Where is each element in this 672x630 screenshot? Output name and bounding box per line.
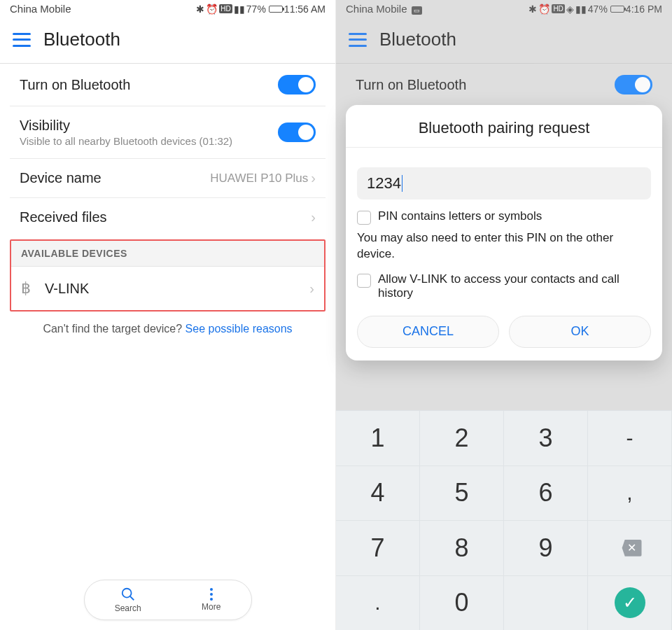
key-8[interactable]: 8 (420, 520, 504, 575)
key-dash[interactable]: - (588, 410, 672, 465)
key-3[interactable]: 3 (504, 410, 588, 465)
row-label: Turn on Bluetooth (20, 77, 130, 93)
page-title: Bluetooth (43, 29, 120, 50)
device-row-vlink[interactable]: ฿ V-LINK › (11, 267, 324, 310)
alarm-icon: ⏰ (538, 4, 550, 15)
row-label: Visibility (20, 118, 70, 133)
checkbox-allow-contacts[interactable]: Allow V-LINK to access your contacts and… (357, 272, 651, 300)
battery-pct: 77% (246, 4, 266, 15)
battery-pct: 47% (588, 4, 608, 15)
backspace-icon: ✕ (618, 540, 642, 556)
key-4[interactable]: 4 (336, 465, 420, 521)
status-time: 11:56 AM (284, 4, 326, 15)
visibility-toggle[interactable] (278, 122, 316, 142)
hd-icon: HD (219, 4, 232, 13)
bluetooth-icon: ✱ (528, 4, 537, 15)
chevron-right-icon: › (311, 170, 316, 186)
row-turn-on-bluetooth[interactable]: Turn on Bluetooth (10, 64, 326, 106)
svg-point-0 (122, 589, 131, 598)
checkbox-icon (357, 211, 371, 225)
search-button[interactable]: Search (115, 587, 141, 613)
row-label: Turn on Bluetooth (356, 77, 466, 93)
more-label: More (202, 602, 220, 612)
more-button[interactable]: More (202, 588, 220, 612)
signal-icon: ▮▮ (234, 4, 245, 15)
row-visibility[interactable]: Visibility Visible to all nearby Bluetoo… (10, 106, 326, 159)
sim-icon: ▭ (412, 6, 422, 15)
key-9[interactable]: 9 (504, 520, 588, 575)
battery-icon (269, 6, 283, 13)
device-name-value: HUAWEI P10 Plus (210, 172, 308, 186)
bluetooth-icon: ฿ (21, 279, 31, 298)
checkbox-icon (357, 274, 371, 288)
row-received-files[interactable]: Received files › (10, 198, 326, 237)
row-label: Received files (20, 209, 107, 225)
status-icons: ✱ ⏰ HD ◈ ▮▮ 47% 4:16 PM (528, 4, 662, 15)
bluetooth-toggle (615, 75, 652, 94)
bottom-toolbar: Search More (84, 580, 252, 620)
more-icon (210, 588, 213, 601)
key-period[interactable]: . (336, 575, 420, 631)
available-devices-highlight: AVAILABLE DEVICES ฿ V-LINK › (10, 239, 326, 312)
row-turn-on-bluetooth: Turn on Bluetooth (346, 64, 662, 106)
dialog-note: You may also need to enter this PIN on t… (357, 230, 651, 262)
carrier-label: China Mobile (10, 3, 71, 15)
key-blank (504, 575, 588, 631)
carrier-label: China Mobile ▭ (346, 3, 422, 15)
search-icon (120, 587, 136, 602)
key-comma[interactable]: , (588, 465, 672, 521)
status-icons: ✱ ⏰ HD ▮▮ 77% 11:56 AM (196, 4, 326, 15)
checkbox-label: Allow V-LINK to access your contacts and… (378, 272, 651, 300)
menu-icon[interactable] (13, 33, 31, 47)
row-device-name[interactable]: Device name HUAWEI P10 Plus › (10, 159, 326, 198)
wifi-icon: ◈ (566, 4, 574, 15)
key-2[interactable]: 2 (420, 410, 504, 465)
status-bar: China Mobile ▭ ✱ ⏰ HD ◈ ▮▮ 47% 4:16 PM (336, 0, 672, 16)
page-title: Bluetooth (379, 29, 456, 50)
key-6[interactable]: 6 (504, 465, 588, 521)
pin-input[interactable]: 1234 (357, 167, 651, 200)
checkbox-pin-letters[interactable]: PIN contains letters or symbols (357, 209, 651, 225)
chevron-right-icon: › (309, 281, 314, 297)
bluetooth-toggle[interactable] (278, 75, 316, 94)
screenshot-right: China Mobile ▭ ✱ ⏰ HD ◈ ▮▮ 47% 4:16 PM B… (336, 0, 672, 630)
key-7[interactable]: 7 (336, 520, 420, 575)
row-label: Device name (20, 170, 102, 186)
hint-text: Can't find the target device? (43, 323, 185, 335)
section-header-available-devices: AVAILABLE DEVICES (11, 241, 324, 267)
cancel-button[interactable]: CANCEL (357, 316, 499, 348)
key-0[interactable]: 0 (420, 575, 504, 631)
checkbox-label: PIN contains letters or symbols (378, 209, 542, 223)
ok-button[interactable]: OK (509, 316, 651, 348)
search-label: Search (115, 603, 141, 613)
key-enter[interactable]: ✓ (588, 575, 672, 631)
dialog-title: Bluetooth pairing request (357, 115, 651, 147)
pin-value: 1234 (367, 174, 401, 192)
key-5[interactable]: 5 (420, 465, 504, 521)
battery-icon (610, 6, 624, 13)
screenshot-left: China Mobile ✱ ⏰ HD ▮▮ 77% 11:56 AM Blue… (0, 0, 336, 630)
pairing-dialog: Bluetooth pairing request 1234 PIN conta… (346, 105, 662, 360)
hd-icon: HD (552, 4, 564, 13)
status-bar: China Mobile ✱ ⏰ HD ▮▮ 77% 11:56 AM (0, 0, 335, 16)
titlebar: Bluetooth (336, 16, 672, 64)
key-1[interactable]: 1 (336, 410, 420, 465)
check-icon: ✓ (615, 587, 645, 618)
numeric-keypad: 1 2 3 - 4 5 6 , 7 8 9 ✕ . 0 ✓ (336, 410, 672, 630)
device-name: V-LINK (45, 281, 295, 297)
hint-link[interactable]: See possible reasons (186, 323, 293, 335)
titlebar: Bluetooth (0, 16, 335, 64)
key-backspace[interactable]: ✕ (588, 520, 672, 575)
pairing-hint: Can't find the target device? See possib… (0, 313, 335, 345)
row-sublabel: Visible to all nearby Bluetooth devices … (20, 135, 232, 147)
menu-icon[interactable] (349, 33, 367, 47)
signal-icon: ▮▮ (575, 4, 587, 15)
status-time: 4:16 PM (626, 4, 662, 15)
text-caret (402, 175, 402, 192)
alarm-icon: ⏰ (206, 4, 218, 15)
svg-line-1 (130, 596, 134, 601)
bluetooth-icon: ✱ (196, 4, 204, 15)
chevron-right-icon: › (311, 209, 316, 225)
